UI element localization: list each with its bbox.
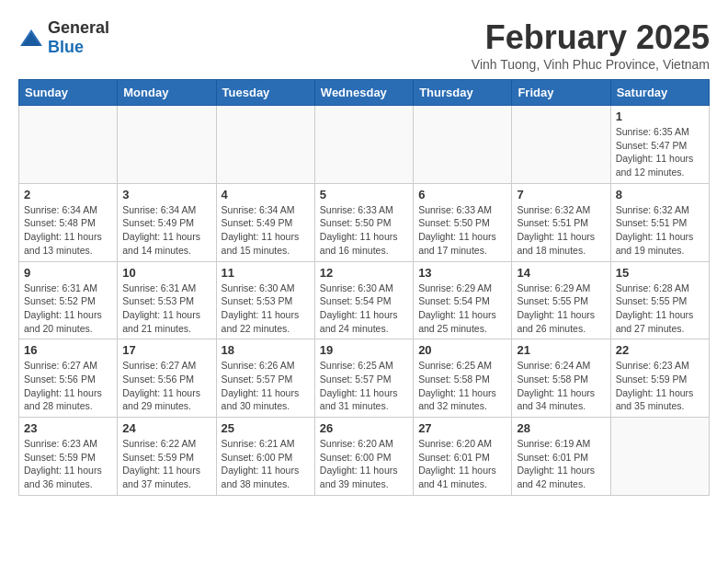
calendar-cell: 23Sunrise: 6:23 AMSunset: 5:59 PMDayligh… bbox=[19, 418, 118, 496]
day-info: Sunrise: 6:34 AMSunset: 5:49 PMDaylight:… bbox=[222, 203, 310, 258]
day-number: 2 bbox=[24, 188, 112, 201]
day-info: Sunrise: 6:23 AMSunset: 5:59 PMDaylight:… bbox=[24, 437, 112, 491]
day-info: Sunrise: 6:27 AMSunset: 5:56 PMDaylight:… bbox=[24, 359, 112, 413]
day-info: Sunrise: 6:33 AMSunset: 5:50 PMDaylight:… bbox=[418, 203, 506, 258]
calendar-cell: 14Sunrise: 6:29 AMSunset: 5:55 PMDayligh… bbox=[512, 261, 610, 339]
day-info: Sunrise: 6:22 AMSunset: 5:59 PMDaylight:… bbox=[122, 437, 210, 491]
day-info: Sunrise: 6:19 AMSunset: 6:01 PMDaylight:… bbox=[517, 437, 605, 491]
day-number: 18 bbox=[222, 343, 310, 357]
calendar-cell: 15Sunrise: 6:28 AMSunset: 5:55 PMDayligh… bbox=[610, 261, 709, 339]
day-number: 13 bbox=[418, 266, 506, 280]
day-number: 16 bbox=[24, 343, 112, 357]
day-info: Sunrise: 6:27 AMSunset: 5:56 PMDaylight:… bbox=[122, 359, 210, 413]
day-info: Sunrise: 6:30 AMSunset: 5:54 PMDaylight:… bbox=[320, 282, 408, 336]
logo: General Blue bbox=[18, 18, 109, 57]
calendar-cell: 16Sunrise: 6:27 AMSunset: 5:56 PMDayligh… bbox=[19, 339, 118, 418]
day-info: Sunrise: 6:24 AMSunset: 5:58 PMDaylight:… bbox=[517, 359, 605, 413]
calendar-cell: 9Sunrise: 6:31 AMSunset: 5:52 PMDaylight… bbox=[19, 261, 118, 339]
day-info: Sunrise: 6:31 AMSunset: 5:52 PMDaylight:… bbox=[24, 282, 112, 336]
day-number: 12 bbox=[320, 266, 408, 280]
day-number: 4 bbox=[222, 188, 310, 201]
calendar-title: February 2025 bbox=[472, 18, 710, 57]
day-header-monday: Monday bbox=[118, 80, 216, 106]
day-number: 7 bbox=[517, 188, 605, 201]
day-number: 20 bbox=[418, 343, 506, 357]
day-number: 8 bbox=[616, 188, 704, 201]
calendar-cell bbox=[19, 106, 118, 184]
week-row-1: 1Sunrise: 6:35 AMSunset: 5:47 PMDaylight… bbox=[19, 106, 710, 184]
day-number: 15 bbox=[616, 266, 704, 280]
calendar-cell: 10Sunrise: 6:31 AMSunset: 5:53 PMDayligh… bbox=[118, 261, 216, 339]
calendar-cell: 20Sunrise: 6:25 AMSunset: 5:58 PMDayligh… bbox=[414, 339, 512, 418]
day-info: Sunrise: 6:34 AMSunset: 5:49 PMDaylight:… bbox=[122, 203, 210, 258]
calendar-cell: 19Sunrise: 6:25 AMSunset: 5:57 PMDayligh… bbox=[314, 339, 413, 418]
calendar-cell: 17Sunrise: 6:27 AMSunset: 5:56 PMDayligh… bbox=[118, 339, 216, 418]
day-number: 28 bbox=[517, 421, 605, 435]
calendar-cell: 4Sunrise: 6:34 AMSunset: 5:49 PMDaylight… bbox=[216, 183, 314, 261]
day-info: Sunrise: 6:29 AMSunset: 5:54 PMDaylight:… bbox=[418, 282, 506, 336]
day-number: 5 bbox=[320, 188, 408, 201]
day-number: 1 bbox=[616, 109, 704, 123]
week-row-4: 16Sunrise: 6:27 AMSunset: 5:56 PMDayligh… bbox=[19, 339, 710, 418]
day-header-friday: Friday bbox=[512, 80, 610, 106]
calendar-cell: 13Sunrise: 6:29 AMSunset: 5:54 PMDayligh… bbox=[414, 261, 512, 339]
day-info: Sunrise: 6:20 AMSunset: 6:01 PMDaylight:… bbox=[418, 437, 506, 491]
day-info: Sunrise: 6:29 AMSunset: 5:55 PMDaylight:… bbox=[517, 282, 605, 336]
day-info: Sunrise: 6:32 AMSunset: 5:51 PMDaylight:… bbox=[517, 203, 605, 258]
day-headers-row: SundayMondayTuesdayWednesdayThursdayFrid… bbox=[19, 80, 710, 106]
calendar-cell bbox=[216, 106, 314, 184]
calendar-cell: 1Sunrise: 6:35 AMSunset: 5:47 PMDaylight… bbox=[610, 106, 709, 184]
day-info: Sunrise: 6:21 AMSunset: 6:00 PMDaylight:… bbox=[222, 437, 310, 491]
day-info: Sunrise: 6:30 AMSunset: 5:53 PMDaylight:… bbox=[222, 282, 310, 336]
calendar-cell: 21Sunrise: 6:24 AMSunset: 5:58 PMDayligh… bbox=[512, 339, 610, 418]
calendar-cell bbox=[512, 106, 610, 184]
day-info: Sunrise: 6:23 AMSunset: 5:59 PMDaylight:… bbox=[616, 359, 704, 413]
logo-icon bbox=[18, 28, 44, 48]
day-number: 9 bbox=[24, 266, 112, 280]
calendar-cell: 28Sunrise: 6:19 AMSunset: 6:01 PMDayligh… bbox=[512, 418, 610, 496]
day-number: 6 bbox=[418, 188, 506, 201]
day-number: 21 bbox=[517, 343, 605, 357]
day-info: Sunrise: 6:25 AMSunset: 5:57 PMDaylight:… bbox=[320, 359, 408, 413]
day-number: 25 bbox=[222, 421, 310, 435]
week-row-5: 23Sunrise: 6:23 AMSunset: 5:59 PMDayligh… bbox=[19, 418, 710, 496]
calendar-cell: 6Sunrise: 6:33 AMSunset: 5:50 PMDaylight… bbox=[414, 183, 512, 261]
day-info: Sunrise: 6:33 AMSunset: 5:50 PMDaylight:… bbox=[320, 203, 408, 258]
calendar-cell bbox=[314, 106, 413, 184]
calendar-cell bbox=[610, 418, 709, 496]
day-header-thursday: Thursday bbox=[414, 80, 512, 106]
day-header-wednesday: Wednesday bbox=[314, 80, 413, 106]
calendar-cell: 11Sunrise: 6:30 AMSunset: 5:53 PMDayligh… bbox=[216, 261, 314, 339]
week-row-3: 9Sunrise: 6:31 AMSunset: 5:52 PMDaylight… bbox=[19, 261, 710, 339]
calendar-cell bbox=[414, 106, 512, 184]
day-number: 27 bbox=[418, 421, 506, 435]
day-info: Sunrise: 6:34 AMSunset: 5:48 PMDaylight:… bbox=[24, 203, 112, 258]
day-info: Sunrise: 6:35 AMSunset: 5:47 PMDaylight:… bbox=[616, 125, 704, 179]
calendar-cell: 2Sunrise: 6:34 AMSunset: 5:48 PMDaylight… bbox=[19, 183, 118, 261]
calendar-cell: 8Sunrise: 6:32 AMSunset: 5:51 PMDaylight… bbox=[610, 183, 709, 261]
calendar-cell: 24Sunrise: 6:22 AMSunset: 5:59 PMDayligh… bbox=[118, 418, 216, 496]
day-info: Sunrise: 6:20 AMSunset: 6:00 PMDaylight:… bbox=[320, 437, 408, 491]
calendar-cell: 7Sunrise: 6:32 AMSunset: 5:51 PMDaylight… bbox=[512, 183, 610, 261]
day-number: 17 bbox=[122, 343, 210, 357]
calendar-subtitle: Vinh Tuong, Vinh Phuc Province, Vietnam bbox=[472, 57, 710, 72]
day-number: 26 bbox=[320, 421, 408, 435]
calendar-cell: 22Sunrise: 6:23 AMSunset: 5:59 PMDayligh… bbox=[610, 339, 709, 418]
logo-general: General bbox=[48, 18, 109, 37]
logo-blue: Blue bbox=[48, 38, 84, 56]
day-number: 23 bbox=[24, 421, 112, 435]
day-number: 3 bbox=[122, 188, 210, 201]
calendar-cell: 25Sunrise: 6:21 AMSunset: 6:00 PMDayligh… bbox=[216, 418, 314, 496]
calendar-cell: 5Sunrise: 6:33 AMSunset: 5:50 PMDaylight… bbox=[314, 183, 413, 261]
day-number: 10 bbox=[122, 266, 210, 280]
title-area: February 2025 Vinh Tuong, Vinh Phuc Prov… bbox=[472, 18, 710, 72]
calendar-cell bbox=[118, 106, 216, 184]
calendar-cell: 3Sunrise: 6:34 AMSunset: 5:49 PMDaylight… bbox=[118, 183, 216, 261]
day-header-tuesday: Tuesday bbox=[216, 80, 314, 106]
calendar-table: SundayMondayTuesdayWednesdayThursdayFrid… bbox=[18, 79, 710, 496]
day-number: 22 bbox=[616, 343, 704, 357]
day-number: 14 bbox=[517, 266, 605, 280]
calendar-cell: 12Sunrise: 6:30 AMSunset: 5:54 PMDayligh… bbox=[314, 261, 413, 339]
calendar-cell: 27Sunrise: 6:20 AMSunset: 6:01 PMDayligh… bbox=[414, 418, 512, 496]
day-number: 24 bbox=[122, 421, 210, 435]
